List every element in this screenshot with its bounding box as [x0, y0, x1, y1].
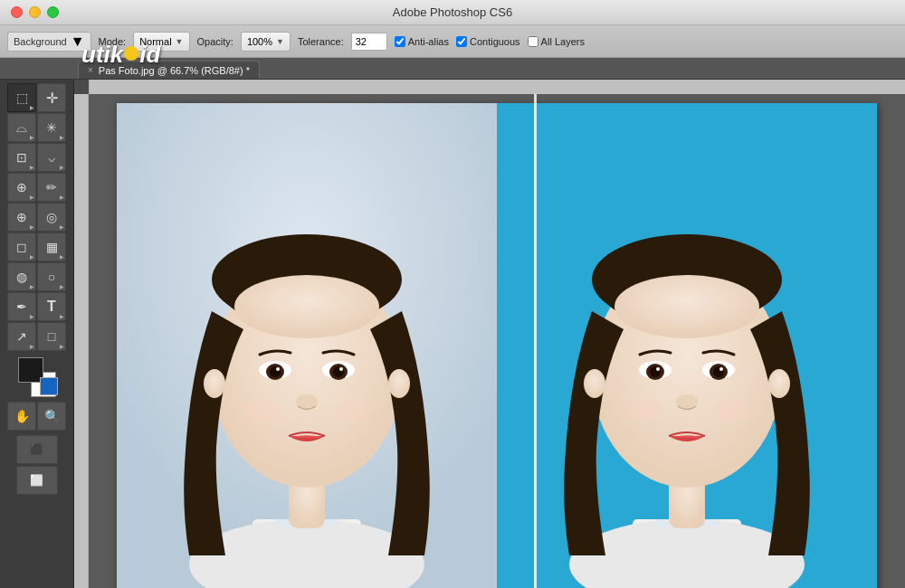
- eraser-arrow: ▶: [30, 253, 34, 260]
- photo-panel-right: [497, 103, 877, 588]
- history-brush-icon: ◎: [46, 210, 57, 224]
- toolbar: ⬚ ▶ ✛ ⌓ ▶ ✳ ▶ ⊡ ▶ ⌵: [0, 80, 74, 588]
- contiguous-group: Contiguous: [456, 36, 520, 47]
- crop-icon: ⊡: [16, 150, 27, 165]
- hand-icon: ✋: [14, 409, 30, 423]
- svg-point-48: [584, 369, 605, 398]
- gradient-tool[interactable]: ▦ ▶: [37, 232, 66, 261]
- color-swatches[interactable]: [14, 357, 60, 397]
- crop-arrow: ▶: [30, 164, 34, 170]
- contiguous-checkbox[interactable]: [456, 36, 467, 47]
- text-icon: T: [47, 299, 56, 315]
- canvas-area[interactable]: [89, 94, 905, 588]
- magic-wand-tool[interactable]: ✳ ▶: [37, 113, 66, 142]
- path-select-tool[interactable]: ↗ ▶: [7, 322, 36, 351]
- screen-mode-group: ⬛ ⬜: [16, 435, 58, 495]
- pen-icon: ✒: [16, 299, 27, 314]
- move-tool[interactable]: ✛: [37, 83, 66, 112]
- close-button[interactable]: [11, 6, 23, 18]
- eyedropper-arrow: ▶: [60, 164, 64, 170]
- svg-point-50: [624, 400, 660, 422]
- tolerance-label: Tolerance:: [298, 36, 344, 47]
- tool-row-3: ⊡ ▶ ⌵ ▶: [7, 143, 66, 172]
- gradient-icon: ▦: [46, 240, 58, 254]
- opacity-value: 100%: [247, 36, 272, 47]
- marquee-icon: ⬚: [16, 90, 28, 105]
- lasso-icon: ⌓: [16, 119, 27, 136]
- magic-wand-icon: ✳: [46, 120, 57, 135]
- opacity-label: Opacity:: [197, 36, 233, 47]
- pen-tool[interactable]: ✒ ▶: [7, 292, 36, 321]
- eraser-tool[interactable]: ◻ ▶: [7, 232, 36, 261]
- screen-mode-button[interactable]: ⬛: [16, 435, 58, 464]
- history-brush-tool[interactable]: ◎ ▶: [37, 203, 66, 232]
- shape-arrow: ▶: [60, 343, 64, 349]
- opacity-dropdown[interactable]: 100% ▼: [241, 32, 291, 52]
- tool-row-7: ◍ ▶ ○ ▶: [7, 262, 66, 291]
- svg-point-26: [334, 400, 370, 422]
- ruler-h-marks: ruler ticks: [89, 80, 905, 94]
- text-tool[interactable]: T ▶: [37, 292, 66, 321]
- crop-tool[interactable]: ⊡ ▶: [7, 143, 36, 172]
- move-icon: ✛: [46, 90, 58, 107]
- blue-color-indicator: [40, 377, 58, 395]
- marquee-rect-tool[interactable]: ⬚ ▶: [7, 83, 36, 112]
- healing-arrow: ▶: [30, 194, 34, 200]
- healing-tool[interactable]: ⊕ ▶: [7, 173, 36, 202]
- minimize-button[interactable]: [29, 6, 41, 18]
- eyedropper-icon: ⌵: [48, 150, 55, 165]
- canvas-outer: ruler ticks: [74, 80, 905, 588]
- maximize-button[interactable]: [47, 6, 59, 18]
- svg-point-49: [768, 369, 790, 398]
- tool-row-10: ✋ 🔍: [7, 402, 66, 431]
- tool-arrow-icon: ▶: [30, 104, 34, 110]
- anti-alias-checkbox[interactable]: [395, 36, 405, 47]
- anti-alias-label: Anti-alias: [408, 36, 449, 47]
- path-select-icon: ↗: [16, 329, 27, 344]
- vertical-ruler: [74, 94, 89, 588]
- blur-tool[interactable]: ◍ ▶: [7, 262, 36, 291]
- svg-point-51: [714, 400, 750, 422]
- svg-point-13: [234, 275, 379, 338]
- main-layout: ⬚ ▶ ✛ ⌓ ▶ ✳ ▶ ⊡ ▶ ⌵: [0, 80, 905, 588]
- gradient-arrow: ▶: [60, 253, 64, 260]
- svg-point-46: [719, 367, 723, 371]
- shape-tool[interactable]: □ ▶: [37, 322, 66, 351]
- title-bar: Adobe Photoshop CS6: [0, 0, 905, 25]
- screen-mode-2-button[interactable]: ⬜: [16, 466, 58, 495]
- clone-stamp-icon: ⊕: [16, 210, 27, 224]
- tolerance-input[interactable]: [351, 33, 387, 51]
- zoom-tool[interactable]: 🔍: [37, 402, 66, 431]
- person-svg-right: [497, 103, 877, 588]
- healing-icon: ⊕: [16, 180, 27, 194]
- logo-text-after: id: [139, 41, 160, 69]
- tool-row-6: ◻ ▶ ▦ ▶: [7, 232, 66, 261]
- clone-stamp-tool[interactable]: ⊕ ▶: [7, 203, 36, 232]
- hand-tool[interactable]: ✋: [7, 402, 36, 431]
- text-arrow: ▶: [60, 313, 64, 319]
- traffic-lights: [0, 6, 59, 18]
- zoom-icon: 🔍: [44, 409, 60, 423]
- brush-tool[interactable]: ✏ ▶: [37, 173, 66, 202]
- eyedropper-tool[interactable]: ⌵ ▶: [37, 143, 66, 172]
- anti-alias-group: Anti-alias: [395, 36, 449, 47]
- brush-icon: ✏: [46, 180, 57, 194]
- all-layers-label: All Layers: [541, 36, 585, 47]
- screen-mode-icon: ⬛: [30, 443, 43, 456]
- opacity-arrow: ▼: [276, 37, 284, 46]
- svg-point-23: [204, 369, 225, 398]
- dodge-tool[interactable]: ○ ▶: [37, 262, 66, 291]
- tool-row-4: ⊕ ▶ ✏ ▶: [7, 173, 66, 202]
- all-layers-checkbox[interactable]: [528, 36, 538, 47]
- lasso-tool[interactable]: ⌓ ▶: [7, 113, 36, 142]
- shape-icon: □: [48, 329, 55, 344]
- eraser-icon: ◻: [16, 240, 27, 254]
- brush-arrow: ▶: [60, 194, 64, 200]
- tool-row-5: ⊕ ▶ ◎ ▶: [7, 203, 66, 232]
- tool-row-1: ⬚ ▶ ✛: [7, 83, 66, 112]
- pen-arrow: ▶: [30, 313, 34, 319]
- blur-icon: ◍: [16, 270, 27, 284]
- svg-point-42: [656, 367, 660, 371]
- magic-wand-arrow: ▶: [60, 134, 64, 140]
- svg-point-38: [614, 275, 759, 338]
